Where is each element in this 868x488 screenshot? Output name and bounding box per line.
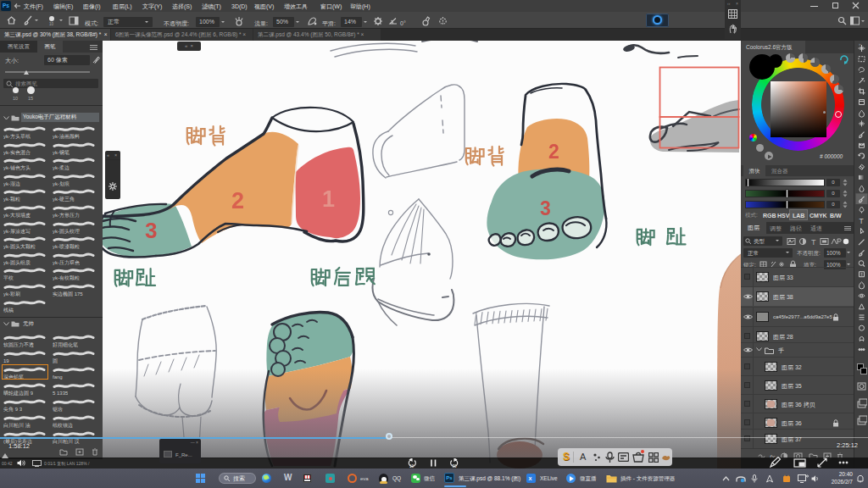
svg-text:1: 1: [322, 186, 335, 212]
svg-text:T: T: [860, 217, 864, 225]
svg-text:3: 3: [540, 197, 551, 219]
svg-text:10: 10: [409, 464, 415, 469]
svg-text:2: 2: [548, 141, 559, 163]
svg-text:T: T: [811, 238, 816, 247]
svg-text:30: 30: [453, 464, 458, 469]
svg-text:3: 3: [145, 218, 157, 243]
svg-text:2: 2: [231, 188, 244, 214]
